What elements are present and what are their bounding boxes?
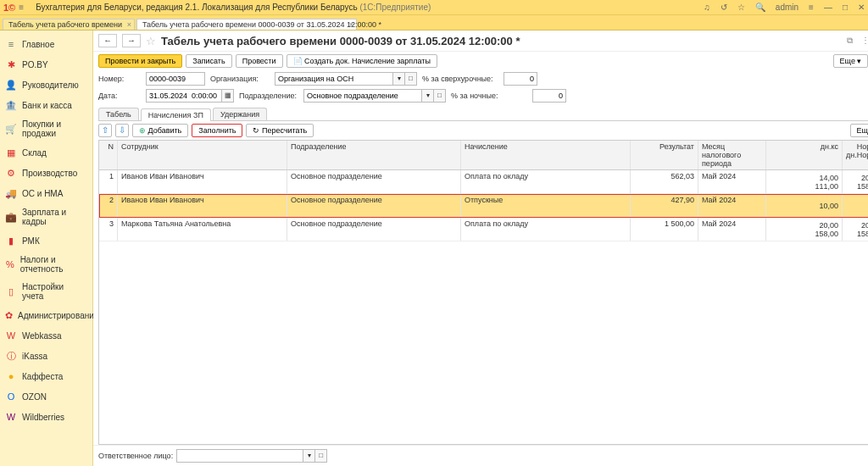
col-days[interactable]: дн.кс — [766, 141, 843, 169]
star-icon[interactable]: ☆ — [737, 3, 745, 12]
favorite-icon[interactable]: ☆ — [146, 35, 156, 47]
sidebar-label: Банк и касса — [22, 101, 72, 110]
sidebar-item[interactable]: ✱PO.BY — [0, 54, 92, 75]
write-button[interactable]: Записать — [186, 54, 231, 68]
close-icon[interactable]: × — [349, 20, 353, 29]
fill-button[interactable]: Заполнить — [192, 124, 242, 137]
date-field[interactable] — [146, 89, 222, 103]
tab-accruals[interactable]: Начисления ЗП — [141, 108, 211, 121]
sidebar-icon: 🚚 — [5, 187, 17, 199]
table-row[interactable]: 1Иванов Иван ИвановичОсновное подразделе… — [99, 170, 868, 194]
sidebar-label: Настройки учета — [22, 282, 87, 301]
sidebar-item[interactable]: 🛒Покупки и продажи — [0, 115, 92, 142]
back-button[interactable]: ← — [98, 34, 117, 47]
number-label: Номер: — [98, 75, 141, 83]
sidebar-icon: 💼 — [5, 211, 17, 223]
sidebar: ≡Главное✱PO.BY👤Руководителю🏦Банк и касса… — [0, 31, 93, 466]
sidebar-item[interactable]: ▮РМК — [0, 230, 92, 251]
tab-list[interactable]: Табель учета рабочего времени× — [3, 19, 135, 30]
col-n[interactable]: N — [99, 141, 118, 169]
tab-deductions[interactable]: Удержания — [213, 108, 267, 120]
sidebar-item[interactable]: ⓘiKassa — [0, 346, 92, 366]
calendar-icon[interactable]: ▦ — [222, 89, 234, 103]
post-and-close-button[interactable]: Провести и закрыть — [98, 54, 182, 68]
recalc-button[interactable]: ↻ Пересчитать — [246, 124, 314, 137]
col-dept[interactable]: Подразделение — [287, 141, 461, 169]
sidebar-icon: W — [5, 330, 17, 341]
post-button[interactable]: Провести — [236, 54, 283, 68]
doc-title: Табель учета рабочего времени 0000-0039 … — [161, 35, 520, 47]
table-row[interactable]: 3Маркова Татьяна АнатольевнаОсновное под… — [99, 218, 868, 241]
sidebar-icon: % — [5, 258, 15, 270]
sidebar-icon: ▦ — [5, 147, 17, 158]
menu-icon[interactable]: ≡ — [19, 3, 31, 12]
dropdown-icon[interactable]: ▾ — [393, 72, 405, 86]
forward-button[interactable]: → — [122, 34, 141, 47]
sidebar-item[interactable]: OOZON — [0, 386, 92, 407]
close-icon[interactable]: × — [127, 20, 131, 29]
create-doc-button[interactable]: 📄 Создать док. Начисление зарплаты — [287, 54, 437, 68]
night-field[interactable] — [532, 89, 566, 103]
table-row[interactable]: 2Иванов Иван ИвановичОсновное подразделе… — [99, 194, 868, 218]
open-icon[interactable]: □ — [315, 449, 327, 463]
sidebar-icon: O — [5, 391, 17, 402]
col-employee[interactable]: Сотрудник — [118, 141, 287, 169]
search-icon[interactable]: 🔍 — [755, 3, 765, 12]
table-more-button[interactable]: Еще ▾ — [850, 124, 868, 137]
open-icon[interactable]: □ — [405, 72, 417, 86]
responsible-field[interactable] — [176, 449, 303, 463]
sidebar-icon: ▮ — [5, 235, 17, 247]
col-norm[interactable]: Норма дн.Норма кс — [843, 141, 868, 169]
sidebar-icon: 🏦 — [5, 99, 17, 111]
sidebar-item[interactable]: 🏦Банк и касса — [0, 95, 92, 115]
sidebar-icon: ⚙ — [5, 167, 17, 179]
number-field[interactable] — [146, 72, 205, 86]
sidebar-item[interactable]: 👤Руководителю — [0, 75, 92, 95]
sidebar-item[interactable]: WWebkassa — [0, 325, 92, 346]
dropdown-icon[interactable]: ▾ — [422, 89, 434, 103]
overtime-field[interactable] — [504, 72, 537, 86]
doc-header: ← → ☆ Табель учета рабочего времени 0000… — [93, 31, 868, 52]
sidebar-label: Wildberries — [22, 413, 64, 422]
sidebar-item[interactable]: ⚙Производство — [0, 163, 92, 183]
minimize-icon[interactable]: — — [824, 3, 832, 12]
add-button[interactable]: ⊕ Добавить — [132, 124, 188, 137]
sidebar-item[interactable]: 🚚ОС и НМА — [0, 183, 92, 203]
kebab-icon[interactable]: ⋮ — [861, 36, 868, 46]
tab-timesheet[interactable]: Табель — [98, 108, 139, 120]
org-field[interactable] — [275, 72, 393, 86]
col-accrual[interactable]: Начисление — [461, 141, 631, 169]
logo-1c: 1© — [3, 3, 15, 13]
open-icon[interactable]: □ — [434, 89, 446, 103]
history-icon[interactable]: ↺ — [721, 3, 727, 12]
col-month[interactable]: Месяц налогового периода — [698, 141, 766, 169]
tab-document[interactable]: Табель учета рабочего времени 0000-0039 … — [136, 19, 357, 30]
maximize-icon[interactable]: □ — [843, 3, 848, 12]
sidebar-item[interactable]: ●Каффеста — [0, 366, 92, 386]
sidebar-item[interactable]: ▦Склад — [0, 142, 92, 163]
sidebar-label: Webkassa — [22, 331, 62, 341]
sidebar-item[interactable]: 💼Зарплата и кадры — [0, 203, 92, 230]
user-label[interactable]: admin — [776, 3, 798, 12]
sidebar-label: PO.BY — [22, 60, 48, 69]
sidebar-icon: ▯ — [5, 286, 17, 297]
settings-icon[interactable]: ≡ — [809, 3, 814, 12]
move-down-button[interactable]: ⇩ — [115, 124, 129, 137]
table-toolbar: ⇧ ⇩ ⊕ Добавить Заполнить ↻ Пересчитать Е… — [93, 121, 868, 140]
sidebar-item[interactable]: %Налоги и отчетность — [0, 251, 92, 278]
table: N Сотрудник Подразделение Начисление Рез… — [98, 140, 868, 445]
sidebar-item[interactable]: ▯Настройки учета — [0, 278, 92, 305]
sidebar-item[interactable]: ✿Администрирование — [0, 305, 92, 325]
dept-field[interactable] — [303, 89, 422, 103]
close-icon[interactable]: ✕ — [858, 3, 865, 12]
sidebar-label: Склад — [22, 148, 47, 158]
sidebar-label: Зарплата и кадры — [22, 208, 87, 226]
sidebar-item[interactable]: WWildberries — [0, 407, 92, 427]
col-result[interactable]: Результат — [631, 141, 698, 169]
bell-icon[interactable]: ♫ — [704, 3, 710, 12]
sidebar-item[interactable]: ≡Главное — [0, 34, 92, 54]
dropdown-icon[interactable]: ▾ — [303, 449, 315, 463]
more-button[interactable]: Еще ▾ — [833, 54, 868, 68]
link-icon[interactable]: ⧉ — [847, 36, 853, 46]
move-up-button[interactable]: ⇧ — [98, 124, 112, 137]
